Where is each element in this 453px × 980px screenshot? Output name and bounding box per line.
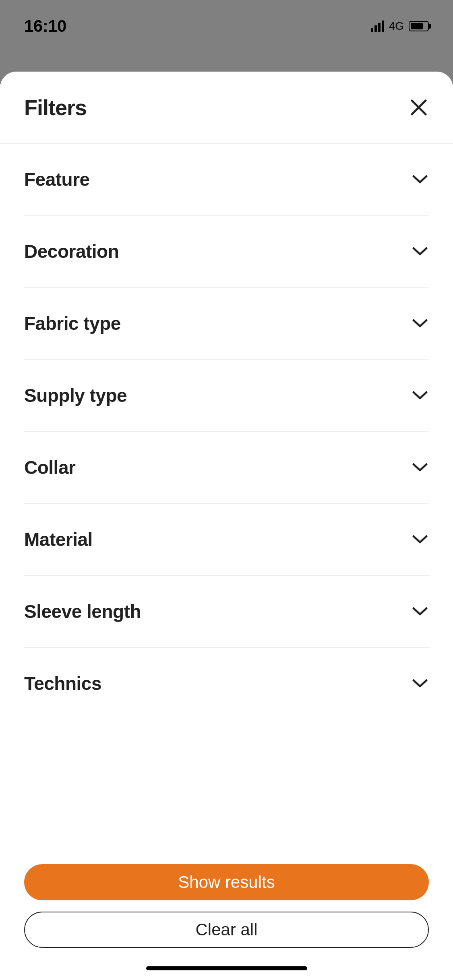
filter-label: Technics	[24, 673, 101, 694]
show-results-button[interactable]: Show results	[24, 864, 429, 900]
filter-item-technics[interactable]: Technics	[24, 648, 429, 719]
filter-item-decoration[interactable]: Decoration	[24, 216, 429, 288]
network-label: 4G	[389, 20, 404, 33]
filter-item-sleeve-length[interactable]: Sleeve length	[24, 576, 429, 648]
filter-sheet: Filters Feature Decoration Fabric type	[0, 72, 453, 980]
filter-item-fabric-type[interactable]: Fabric type	[24, 288, 429, 360]
filter-item-collar[interactable]: Collar	[24, 432, 429, 504]
chevron-down-icon	[411, 603, 429, 620]
filter-item-feature[interactable]: Feature	[24, 144, 429, 216]
filter-item-supply-type[interactable]: Supply type	[24, 360, 429, 432]
filter-label: Decoration	[24, 241, 119, 262]
action-bar: Show results Clear all	[0, 852, 453, 980]
signal-icon	[371, 21, 384, 32]
chevron-down-icon	[411, 315, 429, 332]
close-button[interactable]	[409, 97, 429, 117]
filter-label: Material	[24, 529, 93, 550]
status-bar: 16:10 4G	[0, 0, 453, 52]
chevron-down-icon	[411, 171, 429, 188]
chevron-down-icon	[411, 531, 429, 548]
status-time: 16:10	[24, 16, 66, 36]
clear-all-button[interactable]: Clear all	[24, 912, 429, 948]
sheet-header: Filters	[0, 72, 453, 144]
filter-label: Fabric type	[24, 313, 121, 334]
filter-label: Feature	[24, 169, 90, 190]
close-icon	[410, 99, 427, 116]
filter-label: Sleeve length	[24, 601, 141, 622]
chevron-down-icon	[411, 675, 429, 692]
status-right: 4G	[371, 20, 429, 33]
battery-icon	[409, 21, 429, 31]
filter-list: Feature Decoration Fabric type Supply ty…	[0, 144, 453, 852]
filter-label: Supply type	[24, 385, 127, 406]
chevron-down-icon	[411, 243, 429, 260]
filter-label: Collar	[24, 457, 75, 478]
sheet-title: Filters	[24, 95, 87, 120]
filter-item-material[interactable]: Material	[24, 504, 429, 576]
chevron-down-icon	[411, 459, 429, 476]
chevron-down-icon	[411, 387, 429, 404]
home-indicator[interactable]	[146, 966, 307, 970]
